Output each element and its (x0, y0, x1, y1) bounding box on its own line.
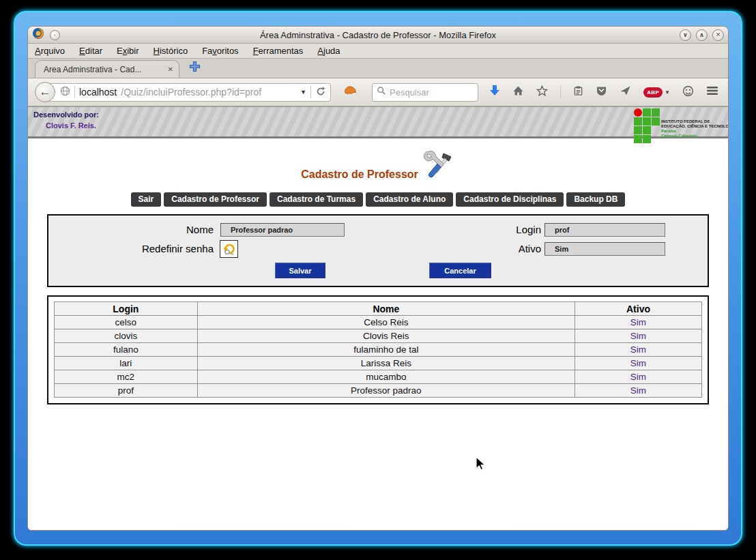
cell-login: fulano (55, 343, 198, 357)
developer-link[interactable]: Clovis F. Reis. (46, 121, 96, 130)
ativo-link[interactable]: Sim (630, 372, 646, 382)
login-input[interactable] (544, 223, 665, 237)
ativo-link[interactable]: Sim (630, 331, 646, 341)
download-icon[interactable] (489, 85, 500, 100)
page-title-row: Cadastro de Professor (28, 149, 728, 183)
bookmark-star-icon[interactable] (536, 85, 548, 100)
title-bar[interactable]: Área Adminstrativa - Cadastro de Profess… (28, 27, 728, 44)
nav-cadastro-turmas-button[interactable]: Cadastro de Turmas (270, 192, 363, 207)
ativo-link[interactable]: Sim (630, 385, 646, 396)
if-logo-text: INSTITUTO FEDERAL DE EDUCAÇÃO, CIÊNCIA E… (661, 108, 727, 143)
nav-backup-db-button[interactable]: Backup DB (566, 192, 625, 207)
search-icon (377, 86, 386, 98)
tab-area-administrativa[interactable]: Area Adminstrativa - Cad... ✕ (35, 60, 179, 78)
nav-cadastro-aluno-button[interactable]: Cadastro de Aluno (366, 192, 453, 207)
back-button[interactable]: ← (35, 82, 55, 102)
window-close-button[interactable]: ✕ (712, 29, 724, 41)
menu-ferramentas[interactable]: Ferramentas (253, 46, 304, 56)
addon-icon[interactable] (343, 85, 357, 100)
menu-favoritos[interactable]: Favoritos (202, 46, 238, 56)
navigation-toolbar: ← localhost/Quiz/incluiProfessor.php?id=… (28, 78, 728, 106)
cell-login: clovis (55, 329, 198, 343)
nav-cadastro-disciplinas-button[interactable]: Cadastro de Disciplinas (456, 192, 564, 207)
tab-close-icon[interactable]: ✕ (168, 65, 173, 73)
menu-bar: Arquivo Editar Exibir Histórico Favorito… (28, 44, 728, 59)
nome-label: Nome (48, 223, 214, 237)
cancelar-button[interactable]: Cancelar (429, 263, 491, 278)
url-path: /Quiz/incluiProfessor.php?id=prof (121, 87, 296, 98)
cell-ativo: Sim (575, 370, 701, 384)
nav-cadastro-professor-button[interactable]: Cadastro de Professor (164, 192, 267, 207)
chat-smiley-icon[interactable] (682, 85, 694, 100)
window-shade-button[interactable]: ∨ (680, 29, 691, 41)
tab-bar: Area Adminstrativa - Cad... ✕ (28, 59, 728, 78)
ativo-link[interactable]: Sim (630, 317, 646, 327)
url-host: localhost (79, 87, 117, 98)
nav-sair-button[interactable]: Sair (131, 192, 162, 207)
cell-ativo: Sim (575, 357, 701, 370)
search-bar[interactable] (372, 83, 478, 102)
ativo-label: Ativo (403, 242, 541, 256)
cell-ativo: Sim (575, 384, 701, 398)
window-frame: Área Adminstrativa - Cadastro de Profess… (14, 11, 742, 546)
ativo-input[interactable] (544, 242, 665, 256)
cell-login: mc2 (55, 370, 198, 384)
browser-window: Área Adminstrativa - Cadastro de Profess… (27, 26, 729, 531)
url-bar[interactable]: localhost/Quiz/incluiProfessor.php?id=pr… (46, 83, 331, 102)
search-input[interactable] (390, 87, 474, 98)
cell-nome: Professor padrao (197, 384, 575, 398)
menu-ajuda[interactable]: Ajuda (317, 46, 340, 56)
cell-nome: Larissa Reis (197, 357, 575, 370)
header-nome: Nome (197, 302, 575, 316)
logo-red-dot (634, 108, 642, 117)
menu-arquivo[interactable]: Arquivo (35, 46, 65, 56)
url-dropdown-icon[interactable]: ▼ (300, 89, 306, 95)
page-viewport: Desenvolvido por: Clovis F. Reis. INSTIT… (28, 106, 728, 530)
header-login: Login (55, 302, 198, 316)
window-pin-button[interactable]: · (50, 30, 60, 40)
nome-input[interactable] (220, 223, 345, 237)
pocket-icon[interactable] (596, 85, 607, 99)
cell-nome: mucambo (197, 370, 575, 384)
adblock-plus-button[interactable]: ABP ▼ (643, 87, 670, 98)
cell-nome: Clovis Reis (197, 329, 575, 343)
cell-nome: Celso Reis (197, 316, 575, 329)
globe-icon (60, 86, 70, 98)
ativo-link[interactable]: Sim (630, 344, 646, 355)
bookmarks-menu-icon[interactable] (573, 85, 583, 99)
abp-caret-icon: ▼ (665, 89, 670, 95)
cell-login: lari (55, 357, 198, 370)
table-row: prof Professor padrao Sim (55, 384, 702, 398)
tab-title: Area Adminstrativa - Cad... (44, 65, 164, 74)
menu-exibir[interactable]: Exibir (117, 46, 139, 56)
table-row: lari Larissa Reis Sim (55, 357, 702, 370)
table-row: mc2 mucambo Sim (55, 370, 702, 384)
reset-password-label: Redefinir senha (48, 242, 214, 256)
reset-password-button[interactable] (220, 240, 238, 258)
reload-icon[interactable] (315, 86, 326, 99)
ativo-link[interactable]: Sim (630, 358, 646, 368)
cell-login: celso (55, 316, 198, 329)
professor-form: Nome Login Redefinir senha Ativo Salvar (47, 214, 709, 287)
table-row: celso Celso Reis Sim (55, 316, 702, 329)
hamburger-menu-icon[interactable] (706, 86, 718, 98)
menu-editar[interactable]: Editar (79, 46, 102, 56)
if-logo-squares (634, 108, 660, 143)
salvar-button[interactable]: Salvar (275, 263, 325, 278)
new-tab-button[interactable] (189, 61, 201, 75)
send-tab-icon[interactable] (620, 85, 631, 99)
menu-historico[interactable]: Histórico (154, 46, 188, 56)
cell-nome: fulaminho de tal (197, 343, 575, 357)
window-title: Área Adminstrativa - Cadastro de Profess… (28, 30, 728, 40)
home-icon[interactable] (512, 85, 524, 99)
table-row: fulano fulaminho de tal Sim (55, 343, 702, 357)
mouse-cursor (476, 457, 486, 474)
site-nav: Sair Cadastro de Professor Cadastro de T… (28, 192, 728, 207)
login-label: Login (403, 223, 541, 237)
institution-logo: INSTITUTO FEDERAL DE EDUCAÇÃO, CIÊNCIA E… (634, 108, 727, 143)
header-ativo: Ativo (575, 302, 701, 316)
page-title: Cadastro de Professor (301, 168, 418, 183)
window-maximize-button[interactable]: ∧ (696, 29, 708, 41)
site-header: Desenvolvido por: Clovis F. Reis. INSTIT… (28, 106, 728, 138)
tools-icon (422, 149, 455, 183)
